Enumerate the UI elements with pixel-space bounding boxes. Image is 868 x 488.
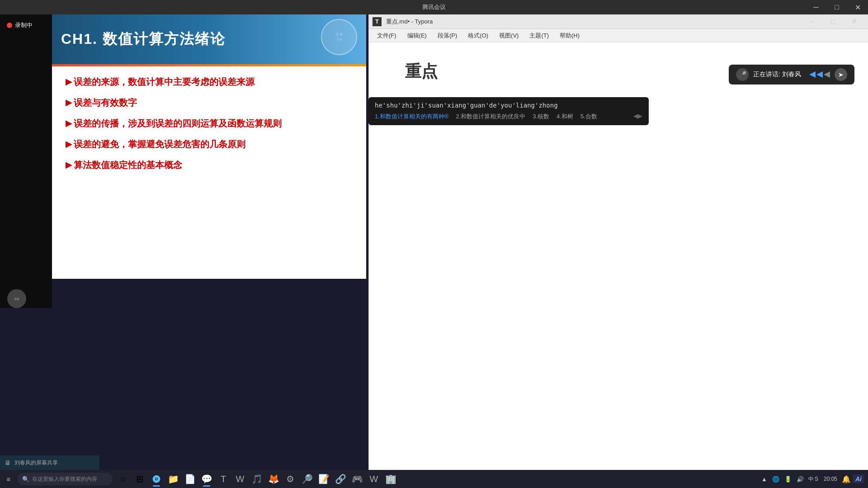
ime-input: he'shu'zhi'ji'suan'xiang'guan'de'you'lia… [375,102,642,109]
close-button[interactable]: ✕ [847,0,868,14]
recording-label: 录制中 [15,21,33,29]
taskbar-left: ≡ 🔍 在这里输入你要搜索的内容 ○ ⊞ 📁 📄 💬 T W 🎵 🦊 ⚙ 🔎 📝… [0,471,401,487]
taskbar-extra-app-5[interactable]: ⚙ [282,471,298,487]
windows-taskbar: ≡ 🔍 在这里输入你要搜索的内容 ○ ⊞ 📁 📄 💬 T W 🎵 🦊 ⚙ 🔎 📝… [0,470,868,488]
ai-badge[interactable]: Ai [853,474,864,483]
taskbar-search-placeholder[interactable]: 在这里输入你要搜索的内容 [32,475,97,483]
recording-dot [7,23,12,28]
slide-bullet-4: ▶ 误差的避免，掌握避免误差危害的几条原则 [66,138,353,150]
left-side-panel [0,14,52,308]
share-icon: 🖥 [5,459,11,466]
bullet-arrow-2: ▶ [66,97,72,108]
ime-nav[interactable]: ◀▶ [633,113,642,121]
app-title: 腾讯会议 [422,3,446,11]
ime-candidate-3[interactable]: 3.核数 [533,113,549,121]
bullet-arrow-4: ▶ [66,139,72,150]
arrow-2 [816,71,823,78]
taskbar-task-view[interactable]: ⊞ [132,471,148,487]
taskbar-tencent-meeting[interactable]: 💬 [198,471,215,487]
speaker-label: 正在讲话: 刘春风 [753,70,801,79]
ime-candidate-1[interactable]: 1.和数值计算相关的有两种® [375,113,448,121]
taskbar-explorer[interactable]: 📁 [165,471,181,487]
slide-bullet-5: ▶ 算法数值稳定性的基本概念 [66,159,353,171]
menu-edit[interactable]: 编辑(E) [403,30,431,41]
typora-menu-bar: 文件(F) 编辑(E) 段落(P) 格式(O) 视图(V) 主题(T) 帮助(H… [369,29,868,42]
taskbar-extra-app-8[interactable]: 🔗 [332,471,349,487]
taskbar-extra-app-1[interactable]: T [215,471,231,487]
taskbar-extra-app-11[interactable]: 🏢 [382,471,399,487]
arrow-1 [809,71,816,78]
slide-title: CH1. 数值计算方法绪论 [61,29,226,49]
bullet-arrow-1: ▶ [66,76,72,88]
slide-area: CH1. 数值计算方法绪论 天津 大学 ▶ 误差的来源，数值计算中主要考虑的误差… [52,14,366,279]
arrow-3 [824,71,830,78]
recording-indicator: 录制中 [7,21,33,29]
title-bar-controls: ─ □ ✕ [806,0,868,14]
ime-candidate-5[interactable]: 5.合数 [580,113,597,121]
taskbar-pdf[interactable]: 📄 [182,471,198,487]
slide-bullet-1: ▶ 误差的来源，数值计算中主要考虑的误差来源 [66,75,353,88]
taskbar-menu-button[interactable]: ≡ [2,472,15,486]
notification-icon: 🔔 [842,475,851,483]
search-icon: 🔍 [22,476,29,483]
typora-icon: T [373,17,382,26]
menu-view[interactable]: 视图(V) [495,30,523,41]
ime-candidate-4[interactable]: 4.和树 [557,113,573,121]
input-method-indicator[interactable]: 中 S [807,475,820,483]
notification-button[interactable]: 🔔 [841,473,852,485]
input-method-ch: 中 [808,475,814,483]
typora-title: 重点.md• - Typora [386,18,433,26]
typora-minimize-button[interactable]: ─ [802,14,823,29]
input-method-s: S [815,476,818,482]
taskbar-extra-app-10[interactable]: W [366,471,382,487]
menu-file[interactable]: 文件(F) [373,30,401,41]
tray-network[interactable]: 🌐 [770,475,781,483]
taskbar-right: ▲ 🌐 🔋 🔊 中 S 20:05 🔔 Ai [760,473,868,485]
bullet-arrow-3: ▶ [66,118,72,129]
tray-battery[interactable]: 🔋 [783,475,793,483]
slide-content: ▶ 误差的来源，数值计算中主要考虑的误差来源 ▶ 误差与有效数字 ▶ 误差的传播… [52,66,366,188]
system-tray: ▲ 🌐 🔋 🔊 [760,475,806,483]
share-label: 刘春风的屏幕共享 [14,459,58,467]
title-bar: 腾讯会议 ─ □ ✕ [0,0,868,14]
speaker-send-button[interactable]: ➤ [835,68,847,81]
mic-icon: 🎤 [736,68,749,81]
taskbar-extra-app-4[interactable]: 🦊 [265,471,282,487]
taskbar-extra-app-9[interactable]: 🎮 [349,471,365,487]
taskbar-extra-app-3[interactable]: 🎵 [249,471,265,487]
maximize-button[interactable]: □ [826,0,847,14]
speaker-notification: 🎤 正在讲话: 刘春风 ➤ [729,65,854,84]
menu-paragraph[interactable]: 段落(P) [433,30,462,41]
typora-window: T 重点.md• - Typora ─ □ ✕ 文件(F) 编辑(E) 段落(P… [368,14,868,488]
bullet-arrow-5: ▶ [66,160,72,171]
university-logo: 天津 大学 [321,19,357,55]
ime-bar: he'shu'zhi'ji'suan'xiang'guan'de'you'lia… [368,97,649,125]
ime-candidates[interactable]: 1.和数值计算相关的有两种® 2.和数值计算相关的优良中 3.核数 4.和树 5… [375,113,642,121]
menu-theme[interactable]: 主题(T) [525,30,553,41]
ime-candidate-2[interactable]: 2.和数值计算相关的优良中 [456,113,525,121]
menu-format[interactable]: 格式(O) [463,30,493,41]
taskbar-edge[interactable] [148,471,165,487]
typora-title-bar: T 重点.md• - Typora ─ □ ✕ [369,14,868,29]
slide-bullet-3: ▶ 误差的传播，涉及到误差的四则运算及函数运算规则 [66,117,353,130]
ai-label: Ai [855,475,862,483]
slide-bullet-2: ▶ 误差与有效数字 [66,96,353,109]
taskbar-search-bar[interactable]: 🔍 在这里输入你要搜索的内容 [18,473,113,485]
tray-volume[interactable]: 🔊 [795,475,806,483]
speaker-arrows [809,71,830,78]
minimize-button[interactable]: ─ [806,0,826,14]
taskbar-extra-app-6[interactable]: 🔎 [299,471,315,487]
menu-help[interactable]: 帮助(H) [555,30,584,41]
slide-header: CH1. 数值计算方法绪论 天津 大学 [52,14,366,64]
typora-close-button[interactable]: ✕ [844,14,864,29]
avatar: ≡≡ [7,289,26,308]
taskbar-cortana[interactable]: ○ [115,471,131,487]
taskbar-extra-app-7[interactable]: 📝 [316,471,332,487]
taskbar-extra-app-2[interactable]: W [232,471,248,487]
clock[interactable]: 20:05 [821,475,840,483]
tray-expand[interactable]: ▲ [760,475,769,483]
typora-maximize-button[interactable]: □ [823,14,844,29]
screen-share-notification: 🖥 刘春风的屏幕共享 [0,455,99,470]
